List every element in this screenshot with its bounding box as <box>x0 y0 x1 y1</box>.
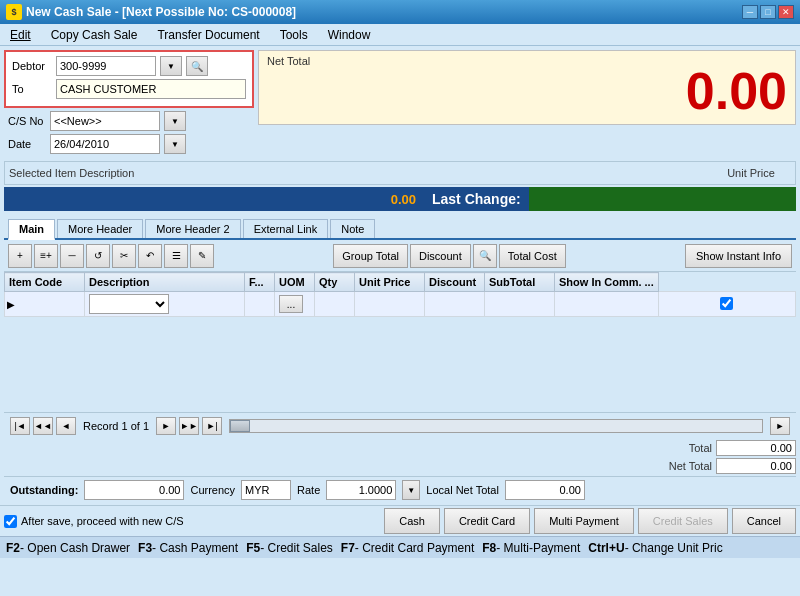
show-in-comm-checkbox[interactable] <box>720 297 733 310</box>
undo-btn[interactable]: ↶ <box>138 244 162 268</box>
checkbox-label: After save, proceed with new C/S <box>21 515 184 527</box>
table-area: Item Code Description F... UOM Qty Unit … <box>4 272 796 412</box>
close-button[interactable]: ✕ <box>778 5 794 19</box>
back-btn[interactable]: ◄ <box>56 417 76 435</box>
debtor-search-btn[interactable]: 🔍 <box>186 56 208 76</box>
col-uom: UOM <box>275 273 315 292</box>
record-label: Record 1 of 1 <box>83 420 149 432</box>
pagination-bar: |◄ ◄◄ ◄ Record 1 of 1 ► ►► ►| ► <box>4 412 796 438</box>
data-table: Item Code Description F... UOM Qty Unit … <box>4 272 796 317</box>
add-row-2-btn[interactable]: ≡+ <box>34 244 58 268</box>
refresh-btn[interactable]: ↺ <box>86 244 110 268</box>
item-desc-bar: Selected Item Description Unit Price <box>4 161 796 185</box>
next-btn[interactable]: ► <box>156 417 176 435</box>
debtor-input[interactable] <box>56 56 156 76</box>
cs-dropdown-btn[interactable]: ▼ <box>164 111 186 131</box>
last-page-btn[interactable]: ►| <box>202 417 222 435</box>
qty-cell <box>355 292 425 317</box>
tab-external-link[interactable]: External Link <box>243 219 329 238</box>
totals-wrapper: Total Net Total <box>0 438 800 474</box>
col-description: Description <box>85 273 245 292</box>
total-label: Total <box>642 442 712 454</box>
uom-cell <box>315 292 355 317</box>
f-dots-btn[interactable]: ... <box>279 295 303 313</box>
tab-note[interactable]: Note <box>330 219 375 238</box>
date-input[interactable] <box>50 134 160 154</box>
debtor-label: Debtor <box>12 60 52 72</box>
next-page-btn[interactable]: ►► <box>179 417 199 435</box>
unit-price-cell <box>425 292 485 317</box>
col-discount: Discount <box>425 273 485 292</box>
highlight-value: 0.00 <box>4 192 424 207</box>
minimize-button[interactable]: ─ <box>742 5 758 19</box>
item-code-cell[interactable] <box>85 292 245 317</box>
cs-label: C/S No <box>8 115 46 127</box>
tab-more-header[interactable]: More Header <box>57 219 143 238</box>
bottom-bar: After save, proceed with new C/S Cash Cr… <box>0 505 800 536</box>
app-icon: $ <box>6 4 22 20</box>
to-label: To <box>12 83 52 95</box>
toolbar-wrapper: + ≡+ ─ ↺ ✂ ↶ ☰ ✎ Group Total Discount 🔍 … <box>0 240 800 272</box>
proceed-new-checkbox[interactable] <box>4 515 17 528</box>
last-change-green <box>529 187 796 211</box>
discount-search-btn[interactable]: 🔍 <box>473 244 497 268</box>
menu-window[interactable]: Window <box>322 26 377 44</box>
debtor-dropdown-btn[interactable]: ▼ <box>160 56 182 76</box>
col-subtotal: SubTotal <box>485 273 555 292</box>
menu-tools[interactable]: Tools <box>274 26 314 44</box>
menu-edit[interactable]: Edit <box>4 26 37 44</box>
horizontal-scrollbar[interactable] <box>229 419 763 433</box>
cs-input[interactable] <box>50 111 160 131</box>
shortcut-f5: F5- Credit Sales <box>246 541 333 555</box>
currency-input[interactable] <box>241 480 291 500</box>
maximize-button[interactable]: □ <box>760 5 776 19</box>
tab-main[interactable]: Main <box>8 219 55 240</box>
cancel-btn[interactable]: Cancel <box>732 508 796 534</box>
date-dropdown-btn[interactable]: ▼ <box>164 134 186 154</box>
add-row-btn[interactable]: + <box>8 244 32 268</box>
debtor-row: Debtor ▼ 🔍 <box>12 56 246 76</box>
net-total-value-input <box>716 458 796 474</box>
group-total-btn[interactable]: Group Total <box>333 244 408 268</box>
rate-dropdown-btn[interactable]: ▼ <box>402 480 420 500</box>
first-page-btn[interactable]: |◄ <box>10 417 30 435</box>
f-cell: ... <box>275 292 315 317</box>
action-buttons: Cash Credit Card Multi Payment Credit Sa… <box>384 508 796 534</box>
debtor-panel: Debtor ▼ 🔍 To <box>4 50 254 108</box>
total-row: Total <box>642 440 796 456</box>
menu-transfer-document[interactable]: Transfer Document <box>151 26 265 44</box>
shortcut-ctrl-u: Ctrl+U- Change Unit Pric <box>588 541 722 555</box>
highlight-bar-wrapper: 0.00 Last Change: <box>0 187 800 215</box>
prev-page-btn[interactable]: ◄◄ <box>33 417 53 435</box>
to-input[interactable] <box>56 79 246 99</box>
row-arrow: ▶ <box>7 299 15 310</box>
shortcut-f8: F8- Multi-Payment <box>482 541 580 555</box>
item-code-dropdown[interactable] <box>89 294 169 314</box>
grid-btn[interactable]: ☰ <box>164 244 188 268</box>
net-total-row: Net Total <box>642 458 796 474</box>
menu-copy-cash-sale[interactable]: Copy Cash Sale <box>45 26 144 44</box>
remove-row-btn[interactable]: ─ <box>60 244 84 268</box>
multi-payment-btn[interactable]: Multi Payment <box>534 508 634 534</box>
table-header: Item Code Description F... UOM Qty Unit … <box>5 273 796 292</box>
shortcut-f7: F7- Credit Card Payment <box>341 541 474 555</box>
total-cost-btn[interactable]: Total Cost <box>499 244 566 268</box>
col-item-code: Item Code <box>5 273 85 292</box>
pagination-wrapper: |◄ ◄◄ ◄ Record 1 of 1 ► ►► ►| ► <box>0 412 800 438</box>
edit-btn[interactable]: ✎ <box>190 244 214 268</box>
cash-btn[interactable]: Cash <box>384 508 440 534</box>
outstanding-value-input <box>84 480 184 500</box>
credit-sales-btn[interactable]: Credit Sales <box>638 508 728 534</box>
tab-more-header-2[interactable]: More Header 2 <box>145 219 240 238</box>
table-body: ▶ ... <box>5 292 796 317</box>
tabs-wrapper: Main More Header More Header 2 External … <box>0 215 800 240</box>
credit-card-btn[interactable]: Credit Card <box>444 508 530 534</box>
net-total-label-bottom: Net Total <box>642 460 712 472</box>
show-instant-info-btn[interactable]: Show Instant Info <box>685 244 792 268</box>
discount-cell <box>485 292 555 317</box>
totals-section: Total Net Total <box>4 440 796 474</box>
rate-input[interactable] <box>326 480 396 500</box>
scroll-right-btn[interactable]: ► <box>770 417 790 435</box>
discount-btn[interactable]: Discount <box>410 244 471 268</box>
cut-btn[interactable]: ✂ <box>112 244 136 268</box>
